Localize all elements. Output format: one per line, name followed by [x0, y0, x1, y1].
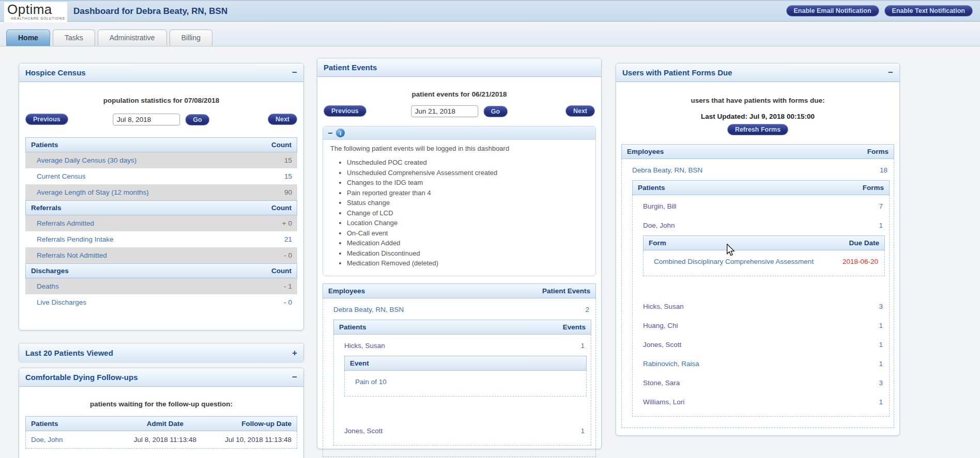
name-link[interactable]: Hicks, Susan	[344, 342, 385, 350]
name-link[interactable]: Debra Beaty, RN, BSN	[333, 306, 404, 313]
census-date-input[interactable]	[113, 114, 180, 125]
table-row: Huang, Chi1	[633, 316, 889, 335]
census-metric-link[interactable]: Average Daily Census (30 days)	[37, 156, 136, 164]
census-metric-link[interactable]: Referrals Admitted	[37, 219, 94, 227]
count-value: 2018-06-20	[843, 258, 878, 265]
name-link[interactable]: Huang, Chi	[643, 322, 678, 329]
forms-due-table: EmployeesFormsDebra Beaty, RN, BSN18Pati…	[621, 144, 894, 428]
previous-button[interactable]: Previous	[324, 105, 366, 117]
nested-table-body: Pain of 10	[344, 371, 587, 397]
collapse-icon[interactable]: −	[328, 129, 332, 138]
census-row: Live Discharges- 0	[25, 294, 297, 310]
enable-email-notification-button[interactable]: Enable Email Notification	[786, 5, 879, 17]
tab-tasks[interactable]: Tasks	[53, 29, 95, 46]
patient-link[interactable]: Doe, John	[31, 436, 115, 444]
info-icon[interactable]: i	[336, 129, 345, 137]
expand-icon[interactable]: +	[292, 349, 297, 357]
count-value: 15	[284, 156, 292, 164]
name-link[interactable]: Stone, Sara	[643, 379, 680, 387]
census-metric-link[interactable]: Deaths	[37, 282, 59, 290]
event-type-item: Unscheduled Comprehensive Assessment cre…	[347, 168, 588, 178]
count-column-header: Count	[271, 204, 292, 212]
count-value: 18	[880, 166, 887, 174]
tab-home[interactable]: Home	[6, 29, 50, 46]
table-row: Debra Beaty, RN, BSN18	[622, 161, 894, 180]
count-column-header: Count	[271, 141, 292, 149]
census-row: Referrals Not Admitted- 0	[25, 247, 297, 263]
name-link[interactable]: Debra Beaty, RN, BSN	[632, 166, 702, 174]
patient-events-table: EmployeesPatient EventsDebra Beaty, RN, …	[323, 283, 596, 457]
patient-events-subtitle: patient events for 06/21/2018	[317, 90, 601, 98]
table-row: Hicks, Susan3	[633, 297, 889, 316]
name-link[interactable]: Jones, Scott	[643, 341, 681, 349]
column-header: Form	[649, 239, 666, 247]
count-value: 1	[879, 398, 883, 406]
count-value: 1	[580, 342, 585, 350]
tab-administrative[interactable]: Administrative	[98, 29, 167, 46]
name-link[interactable]: Jones, Scott	[344, 427, 382, 435]
optima-logo: Optima HEALTHCARE SOLUTIONS	[4, 2, 67, 22]
column-header: Events	[563, 323, 586, 331]
tab-billing[interactable]: Billing	[170, 29, 212, 46]
nested-table-body: Debra Beaty, RN, BSN18PatientsFormsBurgi…	[621, 159, 894, 428]
name-link[interactable]: Burgin, Bill	[643, 202, 677, 210]
event-type-item: Changes to the IDG team	[347, 178, 588, 188]
count-value: 21	[284, 235, 292, 243]
collapse-icon[interactable]: −	[292, 373, 297, 382]
census-metric-link[interactable]: Referrals Not Admitted	[37, 251, 107, 259]
events-date-input[interactable]	[411, 105, 478, 117]
event-type-item: Medication Removed (deleted)	[347, 258, 588, 269]
name-link[interactable]: Hicks, Susan	[643, 303, 684, 310]
go-button[interactable]: Go	[185, 114, 209, 125]
name-link[interactable]: Pain of 10	[355, 378, 387, 386]
patient-events-panel: Patient Events patient events for 06/21/…	[317, 58, 602, 449]
admit-date: Jul 8, 2018 11:13:48	[115, 436, 215, 444]
nested-table-header: PatientsForms	[632, 180, 890, 195]
name-link[interactable]: Rabinovich, Raisa	[643, 360, 699, 368]
count-value: 15	[284, 172, 292, 180]
census-metric-link[interactable]: Live Discharges	[37, 298, 86, 306]
previous-button[interactable]: Previous	[25, 114, 68, 125]
brand-tagline: HEALTHCARE SOLUTIONS	[7, 17, 65, 20]
event-type-item: Pain reported greater than 4	[347, 188, 588, 198]
nested-table: PatientsFormsBurgin, Bill7Doe, John1Form…	[632, 180, 890, 417]
event-types-list: Unscheduled POC createdUnscheduled Compr…	[347, 157, 588, 269]
nested-table: EventPain of 10	[344, 356, 587, 397]
events-info-header: − i	[323, 127, 595, 140]
census-count: 21	[284, 235, 292, 243]
census-metric-link[interactable]: Referrals Pending Intake	[37, 235, 114, 243]
census-count: - 1	[284, 282, 292, 290]
count-value: 3	[879, 379, 883, 387]
comfortable-dying-header: Comfortable Dying Follow-ups −	[19, 368, 303, 387]
event-type-item: Medication Added	[347, 238, 588, 248]
column-header: Employees	[627, 148, 664, 155]
event-type-item: Location Change	[347, 218, 588, 228]
table-row: Combined Disciplinary Comprehensive Asse…	[644, 252, 884, 271]
go-button[interactable]: Go	[483, 106, 508, 117]
next-button[interactable]: Next	[268, 114, 297, 125]
hospice-census-panel: Hospice Census − population statistics f…	[19, 63, 304, 330]
patient-events-header: Patient Events	[317, 58, 601, 77]
census-count: 15	[284, 156, 292, 164]
last-20-patients-header: Last 20 Patients Viewed +	[19, 343, 303, 362]
spacer	[633, 282, 889, 297]
table-row: Burgin, Bill7	[633, 197, 889, 216]
collapse-icon[interactable]: −	[888, 68, 893, 77]
name-link[interactable]: Combined Disciplinary Comprehensive Asse…	[654, 258, 814, 265]
spacer	[334, 403, 591, 421]
collapse-icon[interactable]: −	[292, 68, 297, 77]
census-metric-link[interactable]: Average Length of Stay (12 months)	[37, 188, 149, 196]
name-link[interactable]: Doe, John	[643, 222, 675, 229]
column-header: Patient Events	[542, 287, 590, 295]
count-value: 0	[288, 219, 292, 227]
next-button[interactable]: Next	[565, 105, 595, 117]
name-link[interactable]: Williams, Lori	[643, 398, 684, 406]
enable-text-notification-button[interactable]: Enable Text Notification	[884, 5, 973, 17]
last-updated-text: Last Updated: Jul 9, 2018 00:15:00	[616, 113, 899, 120]
census-metric-link[interactable]: Current Census	[37, 172, 86, 180]
refresh-forms-button[interactable]: Refresh Forms	[727, 124, 788, 135]
table-row: Hicks, Susan1	[334, 336, 591, 355]
nested-table: EmployeesPatient EventsDebra Beaty, RN, …	[323, 283, 596, 457]
census-section-header: ReferralsCount	[25, 200, 297, 215]
count-value: 90	[284, 188, 292, 196]
